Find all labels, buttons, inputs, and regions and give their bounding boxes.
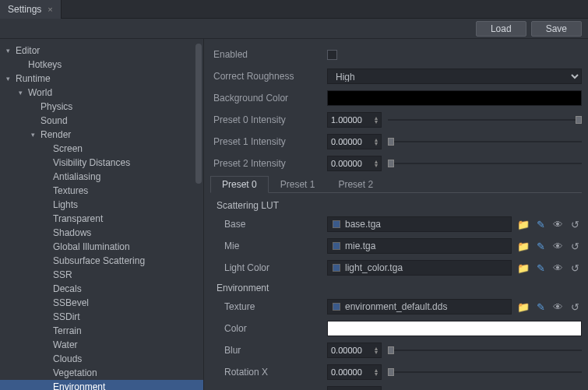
preset-tabs: Preset 0Preset 1Preset 2: [210, 176, 582, 193]
asset-actions: 📁✎👁↺: [516, 261, 582, 275]
number-input[interactable]: 0.00000▴▾: [327, 343, 382, 358]
folder-icon[interactable]: 📁: [516, 261, 530, 275]
tree-label: Environment: [53, 381, 105, 390]
tree-item-ssr[interactable]: SSR: [0, 268, 203, 282]
tree-item-physics[interactable]: Physics: [0, 100, 203, 114]
tree-item-ssdirt[interactable]: SSDirt: [0, 310, 203, 324]
tree-item-sound[interactable]: Sound: [0, 114, 203, 128]
tree-label: Editor: [16, 45, 40, 56]
asset-input[interactable]: mie.tga: [327, 238, 512, 254]
asset-icon: [333, 264, 340, 272]
reset-icon[interactable]: ↺: [568, 217, 582, 231]
tab-preset-2[interactable]: Preset 2: [326, 176, 385, 192]
asset-icon: [333, 303, 340, 311]
expand-icon[interactable]: ▾: [6, 75, 14, 83]
edit-icon[interactable]: ✎: [533, 261, 548, 275]
section-scattering: Scattering LUT: [210, 198, 582, 213]
slider[interactable]: [388, 134, 582, 149]
tab-settings[interactable]: Settings ×: [0, 0, 62, 19]
asset-actions: 📁✎👁↺: [516, 300, 582, 314]
tree-item-editor[interactable]: ▾Editor: [0, 44, 203, 58]
number-input[interactable]: 0.00000▴▾: [327, 156, 382, 171]
eye-icon[interactable]: 👁: [551, 217, 565, 231]
tree-item-hotkeys[interactable]: Hotkeys: [0, 58, 203, 72]
edit-icon[interactable]: ✎: [533, 239, 548, 253]
property-row: Preset 2 Intensity0.00000▴▾: [210, 154, 582, 173]
tree-item-textures[interactable]: Textures: [0, 184, 203, 198]
tree-item-antialiasing[interactable]: Antialiasing: [0, 170, 203, 184]
property-row: Preset 1 Intensity0.00000▴▾: [210, 132, 582, 151]
folder-icon[interactable]: 📁: [516, 239, 530, 253]
slider[interactable]: [388, 386, 582, 390]
properties-panel: EnabledCorrect RoughnessHighBackground C…: [204, 39, 588, 390]
tree-label: Transparent: [53, 213, 103, 224]
expand-icon[interactable]: ▾: [31, 131, 39, 139]
tree-item-vegetation[interactable]: Vegetation: [0, 366, 203, 380]
property-label: Light Color: [210, 262, 327, 273]
tree-item-transparent[interactable]: Transparent: [0, 212, 203, 226]
number-input[interactable]: 0.00000▴▾: [327, 134, 382, 149]
tree-item-world[interactable]: ▾World: [0, 86, 203, 100]
tree-item-decals[interactable]: Decals: [0, 282, 203, 296]
tree-item-runtime[interactable]: ▾Runtime: [0, 72, 203, 86]
tree-item-visibility-distances[interactable]: Visibility Distances: [0, 156, 203, 170]
tree-item-ssbevel[interactable]: SSBevel: [0, 296, 203, 310]
tree-label: SSDirt: [53, 311, 80, 322]
spinner-icon[interactable]: ▴▾: [375, 138, 378, 146]
reset-icon[interactable]: ↺: [568, 261, 582, 275]
close-icon[interactable]: ×: [48, 5, 52, 14]
slider[interactable]: [388, 343, 582, 358]
tree-item-terrain[interactable]: Terrain: [0, 324, 203, 338]
tree-label: Hotkeys: [28, 59, 62, 70]
tree-item-environment[interactable]: Environment: [0, 380, 203, 390]
reset-icon[interactable]: ↺: [568, 300, 582, 314]
edit-icon[interactable]: ✎: [533, 300, 548, 314]
spinner-icon[interactable]: ▴▾: [375, 116, 378, 124]
env-color-swatch[interactable]: [327, 321, 582, 336]
number-input[interactable]: 0.00000▴▾: [327, 386, 382, 390]
tab-preset-0[interactable]: Preset 0: [210, 176, 269, 193]
tree-item-clouds[interactable]: Clouds: [0, 352, 203, 366]
eye-icon[interactable]: 👁: [551, 261, 565, 275]
spinner-icon[interactable]: ▴▾: [375, 160, 378, 167]
correct-roughness-select[interactable]: High: [327, 69, 582, 84]
load-button[interactable]: Load: [476, 21, 526, 37]
spinner-icon[interactable]: ▴▾: [375, 346, 378, 354]
save-button[interactable]: Save: [531, 21, 582, 37]
reset-icon[interactable]: ↺: [568, 239, 582, 253]
slider[interactable]: [388, 156, 582, 171]
expand-icon[interactable]: ▾: [19, 89, 26, 97]
expand-icon[interactable]: ▾: [6, 47, 14, 54]
folder-icon[interactable]: 📁: [516, 300, 530, 314]
tree-label: Terrain: [53, 325, 82, 336]
property-label: Preset 1 Intensity: [210, 136, 327, 147]
tree-label: SSR: [53, 269, 72, 280]
tree-item-global-illumination[interactable]: Global Illumination: [0, 240, 203, 254]
spinner-icon[interactable]: ▴▾: [375, 368, 378, 376]
eye-icon[interactable]: 👁: [551, 300, 565, 314]
tree-label: Shadows: [53, 227, 91, 238]
background-color-swatch[interactable]: [327, 90, 582, 106]
tree-item-water[interactable]: Water: [0, 338, 203, 352]
asset-input[interactable]: base.tga: [327, 216, 512, 232]
tree-item-screen[interactable]: Screen: [0, 142, 203, 156]
asset-input[interactable]: light_color.tga: [327, 260, 512, 276]
tree-item-subsurface-scattering[interactable]: Subsurface Scattering: [0, 254, 203, 268]
asset-icon: [333, 242, 340, 250]
tree-item-shadows[interactable]: Shadows: [0, 226, 203, 240]
folder-icon[interactable]: 📁: [516, 217, 530, 231]
property-label: Base: [210, 219, 327, 230]
number-input[interactable]: 0.00000▴▾: [327, 364, 382, 380]
eye-icon[interactable]: 👁: [551, 239, 565, 253]
edit-icon[interactable]: ✎: [533, 217, 548, 231]
number-input[interactable]: 1.00000▴▾: [327, 112, 382, 128]
slider[interactable]: [388, 364, 582, 380]
tree-item-render[interactable]: ▾Render: [0, 128, 203, 142]
tree-item-lights[interactable]: Lights: [0, 198, 203, 212]
tab-preset-1[interactable]: Preset 1: [269, 176, 327, 192]
tree-label: World: [28, 87, 52, 98]
slider[interactable]: [388, 112, 582, 128]
enabled-checkbox[interactable]: [327, 50, 337, 60]
texture-input[interactable]: environment_default.dds: [327, 299, 512, 314]
scrollbar[interactable]: [195, 44, 202, 184]
